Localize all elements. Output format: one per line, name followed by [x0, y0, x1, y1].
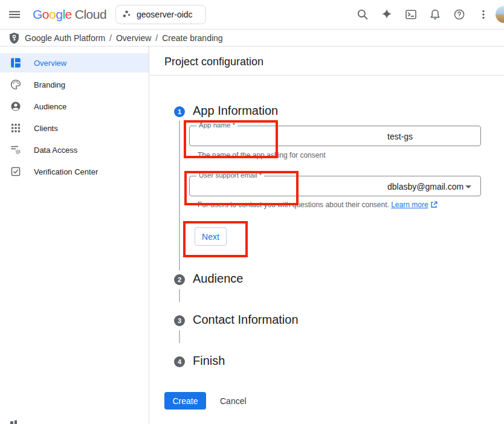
step-3-title: Contact Information: [193, 313, 299, 327]
sidebar-item-label: Branding: [34, 80, 65, 89]
sidebar-item-label: Data Access: [34, 146, 77, 155]
sidebar-nav: Overview Branding: [0, 47, 149, 424]
step-4-circle: 4: [174, 356, 185, 367]
project-selector[interactable]: geoserver-oidc: [115, 5, 206, 24]
google-cloud-console: Google Cloud geoserver-oidc: [0, 0, 504, 424]
sidebar-item-audience[interactable]: Audience: [0, 97, 149, 116]
breadcrumb-overview[interactable]: Overview: [116, 33, 151, 43]
gemini-icon[interactable]: [375, 2, 399, 27]
create-button[interactable]: Create: [164, 392, 206, 410]
app-name-helper: The name of the app asking for consent: [198, 151, 325, 159]
apps-grid-icon: [10, 123, 21, 133]
step-2-title: Audience: [193, 272, 243, 286]
breadcrumb: Google Auth Platform / Overview / Create…: [0, 30, 504, 47]
google-cloud-logo: Google Cloud: [33, 7, 106, 22]
breadcrumb-separator: /: [155, 33, 158, 43]
sidebar-item-overview[interactable]: Overview: [0, 53, 149, 72]
notifications-icon[interactable]: [423, 2, 447, 27]
cancel-button[interactable]: Cancel: [215, 392, 251, 410]
cloud-shell-icon[interactable]: [399, 2, 423, 27]
project-name: geoserver-oidc: [137, 10, 193, 19]
learn-more-link[interactable]: Learn more: [391, 201, 428, 209]
step-number: 3: [178, 317, 181, 324]
breadcrumb-google-auth-platform[interactable]: Google Auth Platform: [25, 33, 105, 43]
chevron-down-icon[interactable]: [465, 185, 471, 188]
app-name-label: App name *: [196, 121, 237, 129]
top-app-bar: Google Cloud geoserver-oidc: [0, 0, 504, 30]
overview-icon: [10, 57, 21, 68]
cloud-wordmark: Cloud: [75, 7, 106, 22]
sidebar-item-data-access[interactable]: Data Access: [0, 140, 149, 159]
avatar[interactable]: [496, 6, 504, 23]
menu-icon[interactable]: [2, 2, 27, 27]
support-email-helper-text: For users to contact you with questions …: [198, 201, 389, 209]
step-1-circle: 1: [174, 106, 185, 117]
sidebar-item-clients[interactable]: Clients: [0, 118, 149, 138]
audience-person-icon: [10, 101, 21, 112]
stepper-connector: [179, 330, 180, 343]
stepper-connector: [179, 289, 180, 302]
step-4-title: Finish: [193, 354, 225, 368]
step-2-circle: 2: [174, 274, 185, 285]
support-email-helper: For users to contact you with questions …: [198, 201, 438, 209]
stepper-connector: [179, 121, 180, 271]
sidebar-item-label: Clients: [34, 124, 58, 133]
app-name-value: test-gs: [387, 126, 413, 147]
step-3-circle: 3: [174, 315, 185, 326]
search-icon[interactable]: [351, 2, 375, 27]
page-title: Project configuration: [164, 56, 263, 68]
breadcrumb-separator: /: [109, 33, 112, 43]
step-number: 1: [178, 108, 181, 115]
auth-platform-shield-icon: [8, 32, 20, 44]
next-button[interactable]: Next: [195, 227, 227, 246]
step-number: 2: [178, 276, 181, 283]
cut-off-icon: [10, 420, 19, 424]
sidebar-item-label: Verification Center: [34, 167, 98, 176]
sidebar-item-branding[interactable]: Branding: [0, 75, 149, 94]
sidebar-item-label: Audience: [34, 102, 66, 111]
step-1-title: App Information: [193, 104, 278, 118]
project-icon: [122, 10, 132, 19]
data-access-gear-icon: [10, 144, 21, 155]
palette-icon: [10, 79, 21, 90]
header-divider: [150, 75, 504, 75]
topbar-actions: [351, 0, 504, 29]
sidebar-item-label: Overview: [34, 59, 66, 68]
help-icon[interactable]: [447, 2, 471, 27]
step-number: 4: [178, 358, 181, 365]
support-email-label: User support email *: [196, 172, 264, 179]
sidebar-item-verification-center[interactable]: Verification Center: [0, 162, 149, 181]
verification-check-icon: [10, 166, 21, 177]
more-vert-icon[interactable]: [471, 2, 496, 27]
support-email-value: dblasby@gmail.com: [387, 176, 464, 197]
breadcrumb-create-branding: Create branding: [162, 33, 222, 43]
external-link-icon: [430, 201, 438, 208]
